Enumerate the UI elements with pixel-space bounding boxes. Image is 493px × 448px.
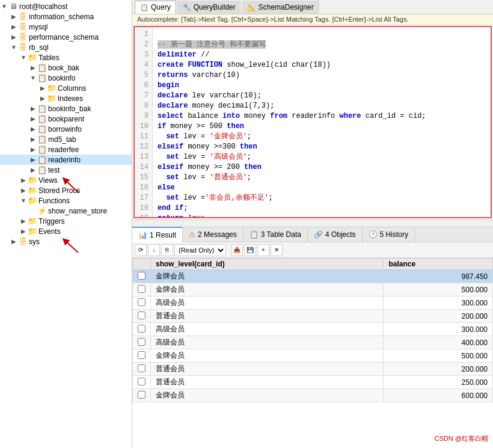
- sidebar-item-performance_schema[interactable]: ▶ 🗄 performance_schema: [0, 32, 132, 42]
- cell-checkbox[interactable]: [133, 270, 151, 283]
- sidebar-item-book_bak[interactable]: ▶ 📋 book_bak: [0, 63, 132, 73]
- tab-result[interactable]: 📊 1 Result: [132, 227, 183, 242]
- tb-btn-add[interactable]: +: [257, 244, 269, 256]
- sidebar-item-functions[interactable]: ▼ 📁 Functions: [0, 195, 132, 206]
- tab-table_data[interactable]: 📋 3 Table Data: [243, 227, 308, 242]
- sidebar-item-bookinfo_bak[interactable]: ▶ 📋 bookinfo_bak: [0, 103, 132, 114]
- sidebar-item-stored_procs[interactable]: ▶ 📁 Stored Procs: [0, 185, 132, 195]
- th-balance[interactable]: balance: [384, 259, 493, 270]
- code-editor[interactable]: 123456789101112131415161718192021222324 …: [133, 26, 492, 218]
- result-table-container[interactable]: show_level(card_id) balance 金牌会员 987.450…: [132, 258, 493, 448]
- sidebar-item-columns[interactable]: ▶ 📁 Columns: [0, 83, 132, 93]
- code-line[interactable]: set lev = '金牌会员';: [158, 132, 486, 142]
- tab-objects[interactable]: 🔗 4 Objects: [308, 227, 363, 242]
- code-line[interactable]: return lev;: [158, 213, 486, 217]
- cell-checkbox[interactable]: [133, 296, 151, 310]
- tab-schemadesigner[interactable]: 📐 SchemaDesigner: [242, 1, 319, 14]
- row-checkbox[interactable]: [138, 338, 145, 346]
- code-line[interactable]: -- 第一题 注意分号 和不要漏写: [158, 40, 486, 50]
- table-row[interactable]: 高级会员 400.000: [133, 336, 493, 349]
- table-row[interactable]: 普通会员 200.000: [133, 363, 493, 376]
- table-row[interactable]: 普通会员 250.000: [133, 376, 493, 389]
- code-line[interactable]: else: [158, 183, 486, 193]
- tb-readonly-select[interactable]: (Read Only): [174, 244, 226, 256]
- sidebar-item-mysql[interactable]: ▶ 🗄 mysql: [0, 22, 132, 32]
- tab-query[interactable]: 📋 Query: [135, 1, 176, 14]
- cell-checkbox[interactable]: [133, 283, 151, 296]
- code-line[interactable]: begin: [158, 81, 486, 91]
- tab-messages[interactable]: ⚠ 2 Messages: [183, 227, 243, 242]
- sidebar-item-bookinfo[interactable]: ▼ 📋 bookinfo: [0, 73, 132, 83]
- tab-history[interactable]: 🕐 5 History: [363, 227, 415, 242]
- code-line[interactable]: set lev = '高级会员';: [158, 152, 486, 162]
- sidebar-item-tables[interactable]: ▼ 📁 Tables: [0, 52, 132, 63]
- cell-checkbox[interactable]: [133, 363, 151, 376]
- sidebar-item-bookparent[interactable]: ▶ 📋 bookparent: [0, 114, 132, 124]
- sidebar-item-information_schema[interactable]: ▶ 🗄 information_schema: [0, 11, 132, 22]
- db-icon-mysql: 🗄: [18, 22, 28, 31]
- cell-checkbox[interactable]: [133, 336, 151, 349]
- tb-btn-copy[interactable]: ⎘: [161, 244, 173, 256]
- table-row[interactable]: 高级会员 300.000: [133, 323, 493, 336]
- cell-checkbox[interactable]: [133, 323, 151, 336]
- sidebar-item-sys[interactable]: ▶ 🗄 sys: [0, 236, 132, 247]
- tb-btn-export[interactable]: ↓: [148, 244, 160, 256]
- sidebar-item-indexes[interactable]: ▶ 📁 Indexes: [0, 93, 132, 103]
- horizontal-scrollbar[interactable]: [132, 219, 493, 227]
- label-tables: Tables: [37, 54, 60, 62]
- sidebar-item-readerinfo[interactable]: ▶ 📋 readerinfo: [0, 155, 132, 165]
- code-line[interactable]: select balance into money from readerinf…: [158, 111, 486, 121]
- table-row[interactable]: 高级会员 300.000: [133, 296, 493, 310]
- code-line[interactable]: delimiter //: [158, 50, 486, 60]
- code-line[interactable]: returns varchar(10): [158, 70, 486, 81]
- tb-btn-save[interactable]: 💾: [244, 244, 256, 256]
- th-level[interactable]: show_level(card_id): [151, 259, 384, 270]
- row-checkbox[interactable]: [138, 391, 145, 399]
- table-row[interactable]: 金牌会员 600.000: [133, 389, 493, 402]
- code-line[interactable]: if money >= 500 then: [158, 121, 486, 132]
- table-row[interactable]: 金牌会员 987.450: [133, 270, 493, 283]
- code-line[interactable]: declare lev varchar(10);: [158, 91, 486, 101]
- sidebar-item-md5_tab[interactable]: ▶ 📋 md5_tab: [0, 134, 132, 144]
- row-checkbox[interactable]: [138, 311, 145, 319]
- cell-checkbox[interactable]: [133, 376, 151, 389]
- sidebar-item-rb_sql[interactable]: ▼ 🗄 rb_sql: [0, 42, 132, 52]
- cell-balance: 200.000: [384, 310, 493, 323]
- table-row[interactable]: 普通会员 200.000: [133, 310, 493, 323]
- sidebar-item-borrowinfo[interactable]: ▶ 📋 borrowinfo: [0, 124, 132, 134]
- code-content[interactable]: -- 第一题 注意分号 和不要漏写delimiter //create FUNC…: [153, 27, 491, 217]
- table-row[interactable]: 金牌会员 500.000: [133, 283, 493, 296]
- sidebar-item-readerfee[interactable]: ▶ 📋 readerfee: [0, 144, 132, 155]
- sidebar-item-views[interactable]: ▶ 📁 Views: [0, 175, 132, 185]
- row-checkbox[interactable]: [138, 364, 145, 372]
- code-line[interactable]: end if;: [158, 203, 486, 213]
- cell-balance: 500.000: [384, 349, 493, 363]
- sidebar-item-events[interactable]: ▶ 📁 Events: [0, 226, 132, 236]
- sidebar-item-root[interactable]: ▼ 🖥 root@localhost: [0, 1, 132, 11]
- cell-checkbox[interactable]: [133, 349, 151, 363]
- table-row[interactable]: 金牌会员 500.000: [133, 349, 493, 363]
- code-line[interactable]: create FUNCTION show_level(cid char(18)): [158, 60, 486, 70]
- sidebar-item-test[interactable]: ▶ 📋 test: [0, 165, 132, 175]
- row-checkbox[interactable]: [138, 272, 145, 280]
- cell-checkbox[interactable]: [133, 389, 151, 402]
- sidebar-item-show_name_store[interactable]: ⚡ show_name_store: [0, 206, 132, 216]
- row-checkbox[interactable]: [138, 351, 145, 359]
- code-line[interactable]: set lev = '普通会员';: [158, 173, 486, 183]
- sidebar-item-triggers[interactable]: ▶ 📁 Triggers: [0, 216, 132, 226]
- tb-btn-refresh[interactable]: ⟳: [135, 244, 147, 256]
- row-checkbox[interactable]: [138, 378, 145, 385]
- code-line[interactable]: declare money decimal(7,3);: [158, 101, 486, 111]
- code-line[interactable]: elseif money >= 200 then: [158, 162, 486, 173]
- code-line[interactable]: elseif money >=300 then: [158, 142, 486, 152]
- code-line[interactable]: [158, 29, 486, 40]
- code-line[interactable]: set lev ='非会员,余额不足';: [158, 193, 486, 203]
- line-number: 14: [138, 162, 149, 173]
- row-checkbox[interactable]: [138, 298, 145, 306]
- row-checkbox[interactable]: [138, 285, 145, 293]
- tab-querybuilder[interactable]: 🔧 QueryBuilder: [177, 1, 241, 14]
- cell-checkbox[interactable]: [133, 310, 151, 323]
- row-checkbox[interactable]: [138, 325, 145, 333]
- tb-btn-import[interactable]: 📥: [231, 244, 243, 256]
- tb-btn-delete[interactable]: ✕: [271, 244, 283, 256]
